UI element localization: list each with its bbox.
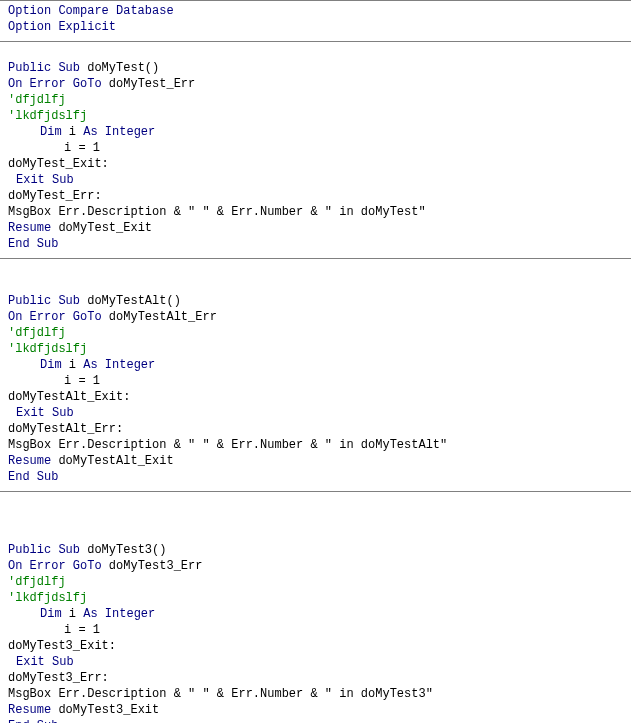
label-text: doMyTest_Exit: — [8, 157, 109, 171]
assign-line: i = 1 — [8, 373, 631, 389]
label-text: doMyTestAlt_Err: — [8, 422, 123, 436]
kw-on-error: On Error GoTo — [8, 310, 102, 324]
kw-as-type: As Integer — [83, 358, 155, 372]
comment-line: 'dfjdlfj — [8, 574, 631, 590]
sub-name: doMyTest() — [80, 61, 159, 75]
comment-text: 'lkdfjdslfj — [8, 591, 87, 605]
kw-as-type: As Integer — [83, 125, 155, 139]
comment-text: 'dfjdlfj — [8, 93, 66, 107]
blank-line — [8, 494, 631, 510]
comment-text: 'lkdfjdslfj — [8, 342, 87, 356]
kw-exit-sub: Exit Sub — [16, 173, 74, 187]
exit-label-line: doMyTest_Exit: — [8, 156, 631, 172]
kw-dim: Dim — [40, 607, 62, 621]
kw-end-sub: End Sub — [8, 237, 58, 251]
resume-target: doMyTestAlt_Exit — [58, 454, 173, 468]
assign-line: i = 1 — [8, 140, 631, 156]
option-explicit: Option Explicit — [8, 19, 631, 35]
comment-line: 'dfjdlfj — [8, 92, 631, 108]
err-label: doMyTestAlt_Err — [109, 310, 217, 324]
var-name: i — [69, 358, 76, 372]
kw-resume: Resume — [8, 703, 51, 717]
procedure-block: Public Sub doMyTest3() On Error GoTo doM… — [0, 492, 631, 723]
exit-label-line: doMyTest3_Exit: — [8, 638, 631, 654]
msgbox-line: MsgBox Err.Description & " " & Err.Numbe… — [8, 437, 631, 453]
on-error-line: On Error GoTo doMyTest_Err — [8, 76, 631, 92]
label-text: doMyTestAlt_Exit: — [8, 390, 130, 404]
kw-public-sub: Public Sub — [8, 294, 80, 308]
option-compare: Option Compare Database — [8, 3, 631, 19]
parens: () — [152, 543, 166, 557]
msgbox-text: MsgBox Err.Description & " " & Err.Numbe… — [8, 438, 447, 452]
name-text: doMyTest3 — [87, 543, 152, 557]
err-label-line: doMyTest_Err: — [8, 188, 631, 204]
comment-text: 'dfjdlfj — [8, 575, 66, 589]
kw-exit-sub: Exit Sub — [16, 406, 74, 420]
dim-line: Dim i As Integer — [8, 357, 631, 373]
blank-line — [8, 277, 631, 293]
name-text: doMyTest — [87, 61, 145, 75]
blank-line — [8, 510, 631, 526]
blank-line — [8, 44, 631, 60]
sub-declaration: Public Sub doMyTest() — [8, 60, 631, 76]
msgbox-line: MsgBox Err.Description & " " & Err.Numbe… — [8, 686, 631, 702]
header-block: Option Compare Database Option Explicit — [0, 1, 631, 41]
end-sub-line: End Sub — [8, 718, 631, 723]
sub-declaration: Public Sub doMyTestAlt() — [8, 293, 631, 309]
err-label-line: doMyTest3_Err: — [8, 670, 631, 686]
kw-dim: Dim — [40, 125, 62, 139]
resume-line: Resume doMyTestAlt_Exit — [8, 453, 631, 469]
kw-resume: Resume — [8, 454, 51, 468]
assign-text: i = 1 — [64, 374, 100, 388]
kw-public-sub: Public Sub — [8, 543, 80, 557]
kw-end-sub: End Sub — [8, 719, 58, 723]
blank-line — [8, 261, 631, 277]
blank-line — [8, 526, 631, 542]
comment-line: 'lkdfjdslfj — [8, 341, 631, 357]
end-sub-line: End Sub — [8, 469, 631, 485]
resume-target: doMyTest3_Exit — [58, 703, 159, 717]
msgbox-line: MsgBox Err.Description & " " & Err.Numbe… — [8, 204, 631, 220]
label-text: doMyTest3_Err: — [8, 671, 109, 685]
err-label: doMyTest3_Err — [109, 559, 203, 573]
kw-resume: Resume — [8, 221, 51, 235]
parens: () — [166, 294, 180, 308]
var-name: i — [69, 125, 76, 139]
kw-public-sub: Public Sub — [8, 61, 80, 75]
sub-name: doMyTestAlt() — [80, 294, 181, 308]
resume-target: doMyTest_Exit — [58, 221, 152, 235]
kw-on-error: On Error GoTo — [8, 77, 102, 91]
on-error-line: On Error GoTo doMyTest3_Err — [8, 558, 631, 574]
comment-line: 'lkdfjdslfj — [8, 108, 631, 124]
var-name: i — [69, 607, 76, 621]
kw-exit-sub: Exit Sub — [16, 655, 74, 669]
comment-line: 'dfjdlfj — [8, 325, 631, 341]
code-text: Option Compare Database — [8, 4, 174, 18]
comment-text: 'dfjdlfj — [8, 326, 66, 340]
end-sub-line: End Sub — [8, 236, 631, 252]
comment-line: 'lkdfjdslfj — [8, 590, 631, 606]
kw-end-sub: End Sub — [8, 470, 58, 484]
assign-text: i = 1 — [64, 623, 100, 637]
parens: () — [145, 61, 159, 75]
exit-sub-line: Exit Sub — [8, 654, 631, 670]
kw-dim: Dim — [40, 358, 62, 372]
kw-on-error: On Error GoTo — [8, 559, 102, 573]
resume-line: Resume doMyTest_Exit — [8, 220, 631, 236]
label-text: doMyTest_Err: — [8, 189, 102, 203]
resume-line: Resume doMyTest3_Exit — [8, 702, 631, 718]
label-text: doMyTest3_Exit: — [8, 639, 116, 653]
dim-line: Dim i As Integer — [8, 124, 631, 140]
comment-text: 'lkdfjdslfj — [8, 109, 87, 123]
kw-as-type: As Integer — [83, 607, 155, 621]
procedure-block: Public Sub doMyTestAlt() On Error GoTo d… — [0, 259, 631, 491]
exit-label-line: doMyTestAlt_Exit: — [8, 389, 631, 405]
on-error-line: On Error GoTo doMyTestAlt_Err — [8, 309, 631, 325]
exit-sub-line: Exit Sub — [8, 172, 631, 188]
sub-name: doMyTest3() — [80, 543, 166, 557]
assign-line: i = 1 — [8, 622, 631, 638]
name-text: doMyTestAlt — [87, 294, 166, 308]
exit-sub-line: Exit Sub — [8, 405, 631, 421]
dim-line: Dim i As Integer — [8, 606, 631, 622]
code-text: Option Explicit — [8, 20, 116, 34]
